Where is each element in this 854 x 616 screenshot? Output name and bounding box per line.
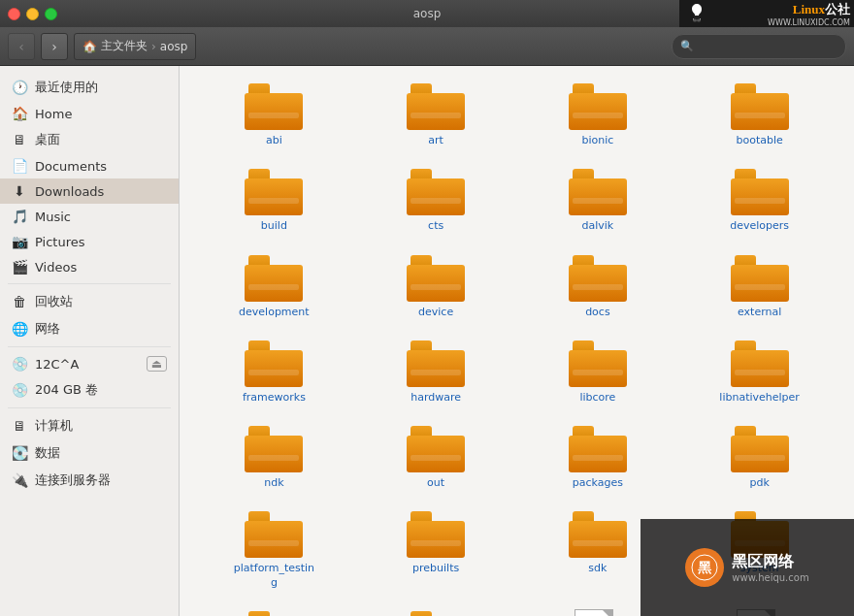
eject-button[interactable]: ⏏ [147, 356, 167, 372]
linux-logo-bar: Linux公社 WWW.LINUXIDC.COM [679, 0, 854, 27]
recent-icon: 🕐 [12, 80, 27, 95]
folder-item[interactable]: art [357, 76, 515, 153]
sidebar-item-music[interactable]: 🎵 Music [0, 204, 179, 229]
drive-204gb-icon: 💿 [12, 382, 27, 398]
sidebar-label-downloads: Downloads [35, 184, 104, 199]
breadcrumb: 🏠 主文件夹 › aosp [74, 33, 196, 60]
folder-item[interactable]: device [357, 247, 515, 325]
folder-item[interactable]: external [680, 247, 838, 325]
folder-item[interactable]: prebuilts [357, 503, 515, 596]
sidebar-label-home: Home [35, 107, 72, 121]
sidebar-label-music: Music [35, 210, 71, 224]
sidebar-item-recent[interactable]: 🕐 最近使用的 [0, 74, 179, 101]
desktop-icon: 🖥 [12, 132, 27, 147]
sidebar-label-computer: 计算机 [35, 417, 73, 435]
folder-item[interactable]: developers [680, 161, 838, 239]
svg-text:黑: 黑 [698, 560, 712, 575]
computer-icon: 🖥 [12, 418, 27, 434]
svg-point-2 [693, 19, 697, 22]
sidebar-item-downloads[interactable]: ⬇ Downloads [0, 178, 179, 204]
breadcrumb-separator: › [151, 40, 156, 53]
folder-item[interactable]: docs [519, 247, 677, 325]
sidebar-item-network[interactable]: 🌐 网络 [0, 315, 179, 342]
trash-icon: 🗑 [12, 294, 27, 309]
folder-item[interactable]: pdk [680, 418, 838, 496]
home-label: 主文件夹 [101, 38, 148, 54]
sidebar-item-home[interactable]: 🏠 Home [0, 101, 179, 126]
music-icon: 🎵 [12, 209, 27, 224]
folder-item[interactable]: abi [195, 76, 353, 153]
sidebar-item-12c[interactable]: 💿 12C^A ⏏ [0, 351, 179, 376]
network-icon: 🌐 [12, 321, 27, 337]
home-breadcrumb[interactable]: 🏠 主文件夹 [82, 38, 148, 54]
window-controls [8, 8, 57, 20]
sidebar-label-pictures: Pictures [35, 235, 84, 249]
folder-item[interactable]: out [357, 418, 515, 496]
toolbar: ‹ › 🏠 主文件夹 › aosp 🔍 [0, 27, 854, 66]
sidebar-label-recent: 最近使用的 [35, 79, 98, 96]
sidebar: 🕐 最近使用的 🏠 Home 🖥 桌面 📄 Documents ⬇ Downlo… [0, 66, 180, 616]
sidebar-separator-1 [8, 283, 171, 284]
data-icon: 💽 [12, 445, 27, 461]
videos-icon: 🎬 [12, 259, 27, 275]
sidebar-item-pictures[interactable]: 📷 Pictures [0, 229, 179, 254]
connect-icon: 🔌 [12, 472, 27, 488]
svg-point-3 [697, 19, 701, 22]
titlebar: aosp Linux公社 WWW.LINUXIDC.COM [0, 0, 854, 27]
folder-item[interactable]: libnativehelper [680, 333, 838, 410]
folder-item[interactable]: ndk [195, 418, 353, 496]
sidebar-label-desktop: 桌面 [35, 131, 60, 148]
folder-item[interactable]: tools [195, 603, 353, 616]
pictures-icon: 📷 [12, 234, 27, 249]
folder-item[interactable]: bionic [519, 76, 677, 153]
home-sidebar-icon: 🏠 [12, 106, 27, 121]
sidebar-separator-3 [8, 407, 171, 408]
minimize-button[interactable] [26, 8, 39, 20]
search-bar[interactable]: 🔍 [672, 34, 846, 59]
sidebar-label-connect: 连接到服务器 [35, 471, 111, 489]
forward-button[interactable]: › [41, 33, 68, 60]
sidebar-item-204gb[interactable]: 💿 204 GB 卷 [0, 376, 179, 404]
folder-item[interactable]: development [195, 247, 353, 325]
folder-item[interactable]: frameworks [195, 333, 353, 410]
folder-item[interactable]: hardware [357, 333, 515, 410]
search-icon: 🔍 [680, 40, 694, 52]
sidebar-separator-2 [8, 346, 171, 347]
folder-item[interactable]: build [195, 161, 353, 239]
maximize-button[interactable] [45, 8, 57, 20]
documents-icon: 📄 [12, 158, 27, 174]
window-title: aosp [413, 7, 442, 20]
home-icon: 🏠 [82, 40, 97, 53]
current-folder[interactable]: aosp [160, 40, 188, 53]
close-button[interactable] [8, 8, 20, 20]
folder-item[interactable]: packages [519, 418, 677, 496]
downloads-icon: ⬇ [12, 183, 27, 199]
heiqu-name: 黑区网络 [732, 552, 808, 572]
sidebar-label-12c: 12C^A [35, 357, 79, 372]
sidebar-item-videos[interactable]: 🎬 Videos [0, 254, 179, 279]
sidebar-item-connect[interactable]: 🔌 连接到服务器 [0, 467, 179, 494]
drive-12c-icon: 💿 [12, 356, 27, 372]
folder-item[interactable]: cts [357, 161, 515, 239]
sidebar-item-desktop[interactable]: 🖥 桌面 [0, 126, 179, 153]
sidebar-label-data: 数据 [35, 444, 60, 462]
sidebar-label-204gb: 204 GB 卷 [35, 381, 98, 399]
sidebar-label-videos: Videos [35, 260, 77, 275]
sidebar-item-computer[interactable]: 🖥 计算机 [0, 412, 179, 439]
folder-item[interactable]: bootable [680, 76, 838, 153]
heiqu-watermark: 黑 黑区网络 www.heiqu.com [640, 519, 854, 616]
heiqu-url: www.heiqu.com [732, 572, 808, 583]
folder-item[interactable]: libcore [519, 333, 677, 410]
sidebar-label-trash: 回收站 [35, 293, 73, 310]
sidebar-item-trash[interactable]: 🗑 回收站 [0, 288, 179, 315]
folder-item[interactable]: vendor [357, 603, 515, 616]
folder-item[interactable]: dalvik [519, 161, 677, 239]
sidebar-item-data[interactable]: 💽 数据 [0, 439, 179, 467]
sidebar-item-documents[interactable]: 📄 Documents [0, 153, 179, 178]
sidebar-label-network: 网络 [35, 320, 60, 338]
folder-item[interactable]: platform_testing [195, 503, 353, 596]
sidebar-label-documents: Documents [35, 159, 107, 174]
back-button[interactable]: ‹ [8, 33, 35, 60]
